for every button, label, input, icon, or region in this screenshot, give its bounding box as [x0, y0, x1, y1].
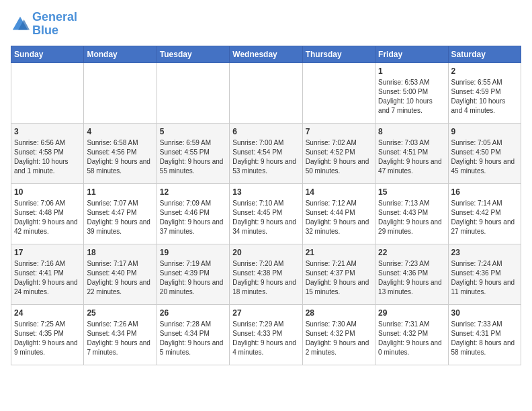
logo-icon — [11, 15, 30, 34]
day-info: Sunrise: 7:02 AM Sunset: 4:52 PM Dayligh… — [306, 139, 369, 175]
calendar-cell — [11, 62, 84, 123]
day-info: Sunrise: 7:09 AM Sunset: 4:46 PM Dayligh… — [160, 199, 224, 235]
day-header-sunday: Sunday — [11, 46, 84, 62]
day-info: Sunrise: 6:56 AM Sunset: 4:58 PM Dayligh… — [14, 139, 69, 175]
day-number: 10 — [14, 187, 81, 198]
day-number: 8 — [378, 126, 445, 138]
day-info: Sunrise: 7:33 AM Sunset: 4:31 PM Dayligh… — [451, 320, 515, 356]
calendar-cell: 29Sunrise: 7:31 AM Sunset: 4:32 PM Dayli… — [375, 304, 448, 365]
page-header: General Blue — [11, 11, 521, 38]
calendar-week-5: 24Sunrise: 7:25 AM Sunset: 4:35 PM Dayli… — [11, 304, 521, 365]
day-info: Sunrise: 7:31 AM Sunset: 4:32 PM Dayligh… — [378, 320, 442, 356]
day-info: Sunrise: 7:05 AM Sunset: 4:50 PM Dayligh… — [451, 139, 515, 175]
logo: General Blue — [11, 11, 77, 38]
day-number: 7 — [306, 126, 372, 138]
day-number: 21 — [306, 247, 372, 259]
day-info: Sunrise: 7:10 AM Sunset: 4:45 PM Dayligh… — [232, 199, 296, 235]
day-info: Sunrise: 7:23 AM Sunset: 4:36 PM Dayligh… — [378, 260, 442, 295]
calendar-cell: 14Sunrise: 7:12 AM Sunset: 4:44 PM Dayli… — [302, 183, 375, 244]
day-info: Sunrise: 7:14 AM Sunset: 4:42 PM Dayligh… — [451, 199, 515, 235]
calendar-week-4: 17Sunrise: 7:16 AM Sunset: 4:41 PM Dayli… — [11, 244, 521, 304]
calendar-cell: 17Sunrise: 7:16 AM Sunset: 4:41 PM Dayli… — [11, 244, 84, 304]
calendar-cell: 16Sunrise: 7:14 AM Sunset: 4:42 PM Dayli… — [448, 183, 521, 244]
day-info: Sunrise: 7:13 AM Sunset: 4:43 PM Dayligh… — [378, 199, 442, 235]
day-info: Sunrise: 7:30 AM Sunset: 4:32 PM Dayligh… — [306, 320, 369, 356]
calendar-cell: 7Sunrise: 7:02 AM Sunset: 4:52 PM Daylig… — [302, 123, 375, 183]
calendar-cell: 21Sunrise: 7:21 AM Sunset: 4:37 PM Dayli… — [302, 244, 375, 304]
day-info: Sunrise: 7:24 AM Sunset: 4:36 PM Dayligh… — [451, 260, 515, 295]
day-number: 25 — [87, 308, 153, 319]
day-number: 14 — [306, 187, 372, 198]
day-info: Sunrise: 7:17 AM Sunset: 4:40 PM Dayligh… — [87, 260, 150, 295]
day-info: Sunrise: 7:26 AM Sunset: 4:34 PM Dayligh… — [87, 320, 150, 356]
calendar-cell: 22Sunrise: 7:23 AM Sunset: 4:36 PM Dayli… — [375, 244, 448, 304]
calendar-cell: 8Sunrise: 7:03 AM Sunset: 4:51 PM Daylig… — [375, 123, 448, 183]
calendar-cell: 11Sunrise: 7:07 AM Sunset: 4:47 PM Dayli… — [84, 183, 157, 244]
logo-text: General Blue — [32, 11, 77, 38]
day-number: 24 — [14, 308, 81, 319]
day-info: Sunrise: 7:28 AM Sunset: 4:34 PM Dayligh… — [160, 320, 224, 356]
day-info: Sunrise: 7:06 AM Sunset: 4:48 PM Dayligh… — [14, 199, 78, 235]
day-header-wednesday: Wednesday — [230, 46, 302, 62]
calendar-week-2: 3Sunrise: 6:56 AM Sunset: 4:58 PM Daylig… — [11, 123, 521, 183]
calendar-cell — [230, 62, 302, 123]
calendar-cell: 20Sunrise: 7:20 AM Sunset: 4:38 PM Dayli… — [230, 244, 302, 304]
calendar-cell: 28Sunrise: 7:30 AM Sunset: 4:32 PM Dayli… — [302, 304, 375, 365]
day-number: 4 — [87, 126, 153, 138]
calendar-cell: 13Sunrise: 7:10 AM Sunset: 4:45 PM Dayli… — [230, 183, 302, 244]
calendar-cell: 15Sunrise: 7:13 AM Sunset: 4:43 PM Dayli… — [375, 183, 448, 244]
day-header-thursday: Thursday — [302, 46, 375, 62]
day-number: 1 — [378, 66, 445, 77]
day-info: Sunrise: 7:19 AM Sunset: 4:39 PM Dayligh… — [160, 260, 224, 295]
day-number: 11 — [87, 187, 153, 198]
calendar-cell — [157, 62, 229, 123]
calendar-cell: 3Sunrise: 6:56 AM Sunset: 4:58 PM Daylig… — [11, 123, 84, 183]
day-number: 3 — [14, 126, 81, 138]
day-info: Sunrise: 7:29 AM Sunset: 4:33 PM Dayligh… — [232, 320, 296, 356]
calendar-cell: 6Sunrise: 7:00 AM Sunset: 4:54 PM Daylig… — [230, 123, 302, 183]
calendar-cell: 26Sunrise: 7:28 AM Sunset: 4:34 PM Dayli… — [157, 304, 229, 365]
calendar-table: SundayMondayTuesdayWednesdayThursdayFrid… — [11, 46, 521, 365]
calendar-cell: 18Sunrise: 7:17 AM Sunset: 4:40 PM Dayli… — [84, 244, 157, 304]
calendar-cell: 5Sunrise: 6:59 AM Sunset: 4:55 PM Daylig… — [157, 123, 229, 183]
calendar-cell: 23Sunrise: 7:24 AM Sunset: 4:36 PM Dayli… — [448, 244, 521, 304]
day-number: 5 — [160, 126, 226, 138]
day-header-tuesday: Tuesday — [157, 46, 229, 62]
calendar-week-1: 1Sunrise: 6:53 AM Sunset: 5:00 PM Daylig… — [11, 62, 521, 123]
day-info: Sunrise: 7:21 AM Sunset: 4:37 PM Dayligh… — [306, 260, 369, 295]
day-number: 6 — [232, 126, 299, 138]
day-info: Sunrise: 7:00 AM Sunset: 4:54 PM Dayligh… — [232, 139, 296, 175]
day-number: 29 — [378, 308, 445, 319]
day-number: 16 — [451, 187, 518, 198]
day-info: Sunrise: 6:58 AM Sunset: 4:56 PM Dayligh… — [87, 139, 150, 175]
day-info: Sunrise: 7:20 AM Sunset: 4:38 PM Dayligh… — [232, 260, 296, 295]
calendar-cell: 25Sunrise: 7:26 AM Sunset: 4:34 PM Dayli… — [84, 304, 157, 365]
day-number: 13 — [232, 187, 299, 198]
day-number: 15 — [378, 187, 445, 198]
day-info: Sunrise: 7:07 AM Sunset: 4:47 PM Dayligh… — [87, 199, 150, 235]
calendar-week-3: 10Sunrise: 7:06 AM Sunset: 4:48 PM Dayli… — [11, 183, 521, 244]
calendar-cell: 24Sunrise: 7:25 AM Sunset: 4:35 PM Dayli… — [11, 304, 84, 365]
calendar-cell: 19Sunrise: 7:19 AM Sunset: 4:39 PM Dayli… — [157, 244, 229, 304]
day-header-saturday: Saturday — [448, 46, 521, 62]
calendar-cell: 27Sunrise: 7:29 AM Sunset: 4:33 PM Dayli… — [230, 304, 302, 365]
day-info: Sunrise: 7:03 AM Sunset: 4:51 PM Dayligh… — [378, 139, 442, 175]
day-info: Sunrise: 6:55 AM Sunset: 4:59 PM Dayligh… — [451, 79, 506, 114]
day-number: 22 — [378, 247, 445, 259]
day-number: 20 — [232, 247, 299, 259]
day-number: 17 — [14, 247, 81, 259]
day-number: 12 — [160, 187, 226, 198]
day-header-monday: Monday — [84, 46, 157, 62]
day-number: 28 — [306, 308, 372, 319]
day-number: 23 — [451, 247, 518, 259]
day-number: 27 — [232, 308, 299, 319]
day-info: Sunrise: 6:53 AM Sunset: 5:00 PM Dayligh… — [378, 79, 433, 114]
day-number: 2 — [451, 66, 518, 77]
calendar-cell: 4Sunrise: 6:58 AM Sunset: 4:56 PM Daylig… — [84, 123, 157, 183]
calendar-cell: 1Sunrise: 6:53 AM Sunset: 5:00 PM Daylig… — [375, 62, 448, 123]
calendar-cell: 9Sunrise: 7:05 AM Sunset: 4:50 PM Daylig… — [448, 123, 521, 183]
day-number: 19 — [160, 247, 226, 259]
calendar-cell: 10Sunrise: 7:06 AM Sunset: 4:48 PM Dayli… — [11, 183, 84, 244]
calendar-cell: 30Sunrise: 7:33 AM Sunset: 4:31 PM Dayli… — [448, 304, 521, 365]
calendar-cell: 12Sunrise: 7:09 AM Sunset: 4:46 PM Dayli… — [157, 183, 229, 244]
